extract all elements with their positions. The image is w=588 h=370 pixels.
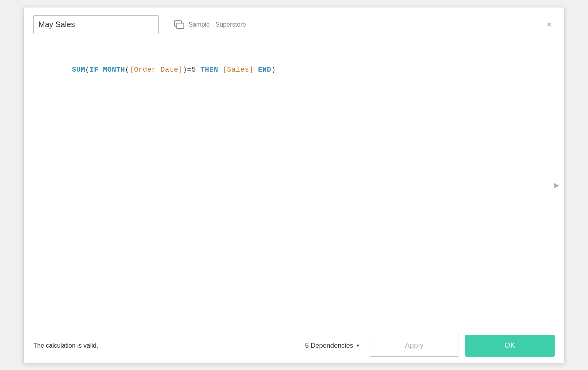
ok-button[interactable]: OK xyxy=(465,335,555,357)
dependencies-label: 5 Dependencies xyxy=(305,342,353,350)
func-month: MONTH xyxy=(103,66,125,74)
svg-rect-1 xyxy=(177,23,184,29)
chevron-down-icon: ▼ xyxy=(356,343,360,348)
calculated-field-dialog: Sample - Superstore × SUM(IF MONTH([Orde… xyxy=(24,7,564,363)
keyword-if: IF xyxy=(90,66,99,74)
datasource-label: Sample - Superstore xyxy=(189,21,246,28)
dependencies-button[interactable]: 5 Dependencies ▼ xyxy=(302,339,363,352)
number-5: 5 xyxy=(192,66,196,74)
apply-button[interactable]: Apply xyxy=(370,335,459,357)
keyword-end: END xyxy=(258,66,271,74)
datasource-icon xyxy=(173,18,185,31)
datasource-area: Sample - Superstore xyxy=(173,18,535,31)
formula-editor[interactable]: SUM(IF MONTH([Order Date])=5 THEN [Sales… xyxy=(24,42,564,328)
editor-area: SUM(IF MONTH([Order Date])=5 THEN [Sales… xyxy=(24,42,564,328)
keyword-then: THEN xyxy=(200,66,218,74)
calculation-name-input[interactable] xyxy=(33,15,159,34)
validation-status: The calculation is valid. xyxy=(33,342,296,349)
formula-line: SUM(IF MONTH([Order Date])=5 THEN [Sales… xyxy=(36,53,552,87)
dialog-header: Sample - Superstore × xyxy=(24,7,564,42)
func-sum: SUM xyxy=(72,66,85,74)
field-order-date: [Order Date] xyxy=(129,66,183,74)
dialog-footer: The calculation is valid. 5 Dependencies… xyxy=(24,328,564,363)
close-button[interactable]: × xyxy=(543,19,555,31)
field-sales: [Sales] xyxy=(223,66,254,74)
